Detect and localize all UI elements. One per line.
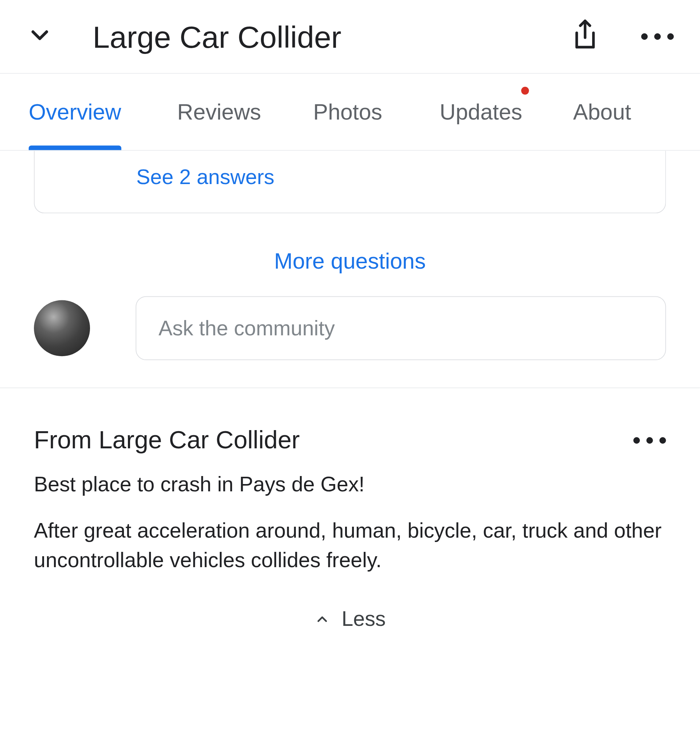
from-title: From Large Car Collider bbox=[34, 426, 300, 454]
from-more-icon[interactable] bbox=[633, 437, 666, 443]
share-icon[interactable] bbox=[571, 18, 599, 55]
from-para-2: After great acceleration around, human, … bbox=[34, 516, 666, 574]
from-body: Best place to crash in Pays de Gex! Afte… bbox=[34, 470, 666, 574]
more-questions-wrap: More questions bbox=[34, 233, 666, 296]
chevron-down-icon[interactable] bbox=[26, 22, 54, 51]
tabs: Overview Reviews Photos Updates About bbox=[0, 74, 700, 151]
less-button[interactable]: Less bbox=[34, 591, 666, 631]
avatar[interactable] bbox=[34, 300, 90, 356]
more-questions-link[interactable]: More questions bbox=[274, 248, 426, 273]
tab-reviews[interactable]: Reviews bbox=[177, 74, 261, 150]
tab-updates[interactable]: Updates bbox=[440, 74, 523, 150]
less-label: Less bbox=[341, 607, 386, 631]
header: Large Car Collider bbox=[0, 0, 700, 73]
page-title: Large Car Collider bbox=[93, 19, 532, 54]
more-icon[interactable] bbox=[641, 33, 674, 40]
from-para-1: Best place to crash in Pays de Gex! bbox=[34, 470, 666, 499]
ask-row bbox=[34, 296, 666, 388]
tab-about[interactable]: About bbox=[573, 74, 631, 150]
header-actions bbox=[571, 18, 674, 55]
see-answers-link[interactable]: See 2 answers bbox=[136, 165, 274, 189]
ask-community-input[interactable] bbox=[136, 296, 666, 360]
tab-label: Updates bbox=[440, 99, 523, 125]
qa-card: See 2 answers bbox=[34, 151, 666, 213]
from-header: From Large Car Collider bbox=[34, 426, 666, 454]
tab-photos[interactable]: Photos bbox=[313, 74, 382, 150]
tab-overview[interactable]: Overview bbox=[29, 74, 121, 150]
from-section: From Large Car Collider Best place to cr… bbox=[34, 388, 666, 631]
chevron-up-icon bbox=[314, 611, 330, 627]
update-badge-icon bbox=[521, 87, 529, 94]
content: See 2 answers More questions From Large … bbox=[0, 151, 700, 631]
